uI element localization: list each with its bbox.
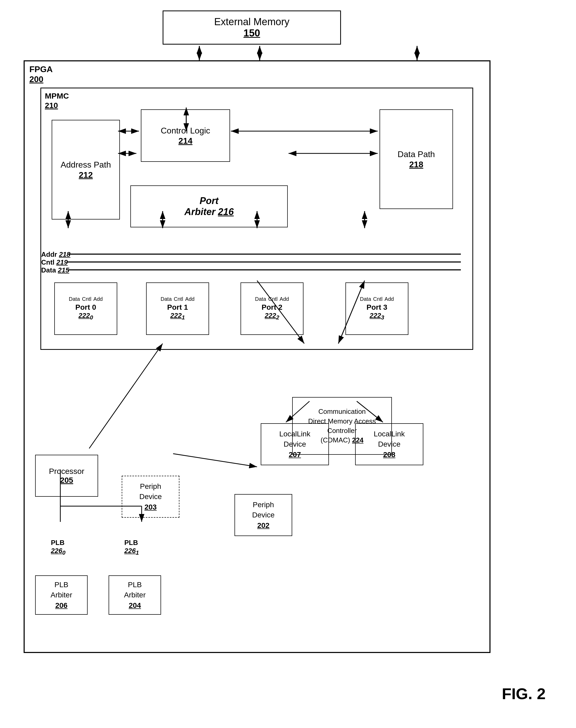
- addr-bus-line: [67, 254, 461, 255]
- mpmc-box: MPMC 210 Address Path 212 Control Logic …: [40, 88, 473, 350]
- data-path-label: Data Path: [398, 149, 435, 160]
- data-bus-label: Data 215: [41, 266, 69, 274]
- port-2-sub: DataCntlAdd: [255, 296, 289, 302]
- addr-bus-label: Addr 218: [41, 251, 70, 259]
- fpga-label: FPGA: [29, 64, 53, 74]
- mpmc-label: MPMC: [45, 91, 69, 100]
- address-path-label: Address Path: [61, 159, 111, 171]
- plb-226-1-label: PLB 2261: [124, 538, 139, 556]
- control-logic-label: Control Logic: [161, 125, 210, 136]
- periph-202-label: PeriphDevice202: [252, 500, 275, 530]
- plb-arbiter-204-box: PLBArbiter204: [109, 575, 161, 615]
- cntl-bus-line: [67, 261, 461, 263]
- port-3-ref: 2223: [370, 312, 384, 321]
- port-3-label: Port 3: [367, 303, 387, 312]
- processor-label: Processor: [49, 467, 84, 476]
- data-bus-line: [67, 269, 461, 270]
- port-arbiter-label2: Arbiter 216: [184, 206, 234, 217]
- fig-label: FIG. 2: [502, 685, 546, 703]
- control-logic-number: 214: [178, 136, 192, 146]
- port-1-box: DataCntlAdd Port 1 2221: [146, 283, 209, 335]
- processor-box: Processor 205: [35, 455, 98, 497]
- port-0-label: Port 0: [75, 303, 96, 312]
- port-1-sub: DataCntlAdd: [161, 296, 194, 302]
- plb-arbiter-204-label: PLBArbiter204: [124, 580, 146, 611]
- port-2-box: DataCntlAdd Port 2 2222: [240, 283, 304, 335]
- periph-202-box: PeriphDevice202: [234, 494, 292, 536]
- fpga-box: FPGA 200 MPMC 210 Address Path 212 Contr…: [24, 60, 490, 653]
- port-0-ref: 2220: [79, 312, 93, 321]
- data-path-box: Data Path 218: [379, 109, 453, 209]
- fpga-number: 200: [29, 75, 43, 84]
- plb-arbiter-206-label: PLBArbiter206: [51, 580, 72, 611]
- port-3-sub: DataCntlAdd: [360, 296, 394, 302]
- port-1-ref: 2221: [170, 312, 185, 321]
- external-memory-box: External Memory 150: [163, 10, 341, 45]
- port-3-box: DataCntlAdd Port 3 2223: [345, 283, 408, 335]
- locallink-207-label: LocalLinkDevice207: [279, 429, 310, 460]
- port-0-box: DataCntlAdd Port 0 2220: [54, 283, 117, 335]
- periph-203-label: PeriphDevice203: [139, 481, 162, 512]
- plb-226-0-label: PLB 2260: [51, 538, 65, 556]
- address-path-box: Address Path 212: [52, 120, 120, 220]
- periph-203-box: PeriphDevice203: [122, 476, 179, 518]
- locallink-208-box: LocalLinkDevice208: [355, 423, 423, 465]
- port-1-label: Port 1: [167, 303, 188, 312]
- external-memory-label: External Memory: [214, 16, 289, 28]
- port-arbiter-box: Port Arbiter 216: [131, 185, 288, 227]
- external-memory-number: 150: [243, 28, 260, 39]
- address-path-number: 212: [79, 170, 93, 180]
- locallink-208-label: LocalLinkDevice208: [374, 429, 405, 460]
- plb-arbiter-206-box: PLBArbiter206: [35, 575, 88, 615]
- data-path-number: 218: [409, 160, 423, 169]
- locallink-207-box: LocalLinkDevice207: [261, 423, 329, 465]
- port-arbiter-label: Port: [200, 195, 219, 206]
- port-2-ref: 2222: [265, 312, 279, 321]
- port-0-sub: DataCntlAdd: [69, 296, 103, 302]
- port-2-label: Port 2: [261, 303, 282, 312]
- cntl-bus-label: Cntl 219: [41, 258, 68, 266]
- processor-number: 205: [60, 476, 73, 485]
- mpmc-number: 210: [45, 101, 58, 110]
- control-logic-box: Control Logic 214: [141, 109, 230, 162]
